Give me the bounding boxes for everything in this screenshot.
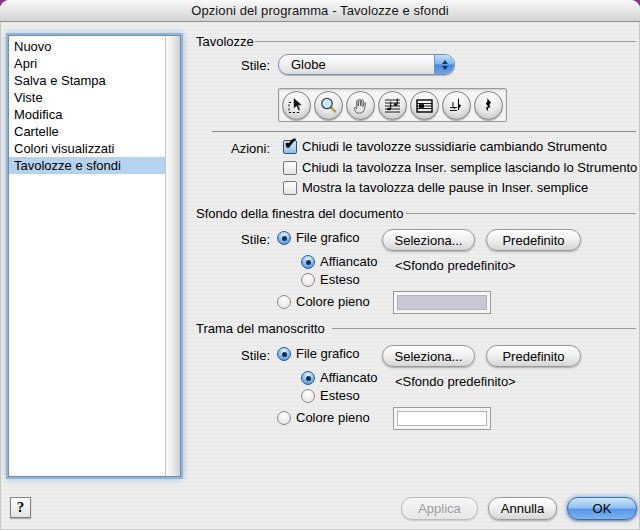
- radio-label: Esteso: [320, 272, 360, 287]
- manuscript-section-rule: [332, 328, 636, 329]
- manuscript-section-title: Trama del manoscritto: [196, 321, 325, 336]
- manuscript-color-well[interactable]: [393, 407, 491, 430]
- palettes-section-title: Tavolozze: [196, 34, 254, 49]
- list-item-apri[interactable]: Apri: [9, 55, 165, 72]
- radio-label: Colore pieno: [296, 410, 370, 425]
- doc-bg-color-swatch: [397, 295, 487, 310]
- quarter-rest-icon: [479, 96, 498, 115]
- manuscript-solid-color-radio[interactable]: [277, 411, 291, 425]
- list-item-cartelle[interactable]: Cartelle: [9, 123, 165, 140]
- note-flat-icon: [447, 96, 466, 115]
- show-rests-palette-checkbox[interactable]: [283, 181, 297, 195]
- doc-bg-stretched-radio[interactable]: [301, 273, 315, 287]
- palette-style-value: Globe: [279, 57, 326, 72]
- palette-style-label: Stile:: [182, 58, 270, 73]
- simple-entry-tool-button[interactable]: [474, 91, 503, 120]
- manuscript-graphic-file-radio[interactable]: [277, 347, 291, 361]
- manuscript-stretched-radio[interactable]: [301, 389, 315, 403]
- radio-label: File grafico: [296, 346, 360, 361]
- checkbox-label: Mostra la tavolozza delle pause in Inser…: [302, 180, 588, 195]
- manuscript-select-button[interactable]: Seleziona...: [382, 345, 475, 367]
- list-item-salva-e-stampa[interactable]: Salva e Stampa: [9, 72, 165, 89]
- list-item-modifica[interactable]: Modifica: [9, 106, 165, 123]
- list-scrollbar[interactable]: [165, 36, 180, 476]
- cancel-button[interactable]: Annulla: [488, 497, 557, 520]
- doc-bg-style-label: Stile:: [182, 232, 270, 247]
- apply-button[interactable]: Applica: [401, 497, 478, 520]
- staff-lines-icon: [415, 96, 434, 115]
- radio-label: Affiancato: [320, 370, 378, 385]
- close-subsidiary-palettes-checkbox[interactable]: [283, 140, 297, 154]
- manuscript-style-label: Stile:: [182, 348, 270, 363]
- list-item-tavolozze-e-sfondi[interactable]: Tavolozze e sfondi: [9, 157, 165, 174]
- close-simple-entry-palette-checkbox[interactable]: [283, 161, 297, 175]
- radio-label: Colore pieno: [296, 294, 370, 309]
- actions-label: Azioni:: [182, 141, 270, 156]
- popup-arrows-icon: [434, 55, 454, 74]
- manuscript-current-file: <Sfondo predefinito>: [395, 374, 516, 389]
- actions-separator: [212, 131, 636, 132]
- manuscript-tiled-radio[interactable]: [301, 371, 315, 385]
- list-item-nuovo[interactable]: Nuovo: [9, 38, 165, 55]
- document-background-section-rule: [406, 213, 636, 214]
- manuscript-color-swatch: [397, 411, 487, 426]
- radio-label: File grafico: [296, 230, 360, 245]
- staff-tool-button[interactable]: [410, 91, 439, 120]
- category-list-items: Nuovo Apri Salva e Stampa Viste Modifica…: [9, 38, 165, 174]
- list-item-viste[interactable]: Viste: [9, 89, 165, 106]
- hand-icon: [351, 96, 370, 115]
- help-button[interactable]: ?: [10, 497, 31, 518]
- zoom-tool-button[interactable]: [314, 91, 343, 120]
- list-item-colori-visualizzati[interactable]: Colori visualizzati: [9, 140, 165, 157]
- radio-label: Affiancato: [320, 254, 378, 269]
- magnifier-icon: [319, 96, 338, 115]
- doc-bg-solid-color-radio[interactable]: [277, 295, 291, 309]
- palettes-section-rule: [255, 41, 636, 42]
- doc-bg-current-file: <Sfondo predefinito>: [395, 258, 516, 273]
- title-bar[interactable]: Opzioni del programma - Tavolozze e sfon…: [0, 0, 640, 22]
- doc-bg-graphic-file-radio[interactable]: [277, 231, 291, 245]
- manuscript-default-button[interactable]: Predefinito: [486, 345, 581, 367]
- selection-tool-button[interactable]: [282, 91, 311, 120]
- key-signature-tool-button[interactable]: [442, 91, 471, 120]
- palette-preview-toolbar: [278, 88, 507, 122]
- window-title: Opzioni del programma - Tavolozze e sfon…: [191, 3, 449, 18]
- checkbox-label: Chiudi la tavolozza Inser. semplice lasc…: [302, 160, 637, 175]
- options-dialog: Opzioni del programma - Tavolozze e sfon…: [0, 0, 640, 530]
- checkbox-label: Chiudi le tavolozze sussidiarie cambiand…: [302, 139, 607, 154]
- document-background-section-title: Sfondo della finestra del documento: [196, 206, 403, 221]
- doc-bg-select-button[interactable]: Seleziona...: [382, 229, 475, 251]
- doc-bg-default-button[interactable]: Predefinito: [486, 229, 581, 251]
- selection-arrow-icon: [287, 96, 306, 115]
- doc-bg-color-well[interactable]: [393, 291, 491, 314]
- doc-bg-tiled-radio[interactable]: [301, 255, 315, 269]
- palette-style-popup[interactable]: Globe: [278, 54, 455, 75]
- category-list: Nuovo Apri Salva e Stampa Viste Modifica…: [8, 35, 181, 477]
- staff-notes-icon: [383, 96, 402, 115]
- radio-label: Esteso: [320, 388, 360, 403]
- expression-tool-button[interactable]: [378, 91, 407, 120]
- hand-grabber-tool-button[interactable]: [346, 91, 375, 120]
- ok-button[interactable]: OK: [567, 497, 637, 520]
